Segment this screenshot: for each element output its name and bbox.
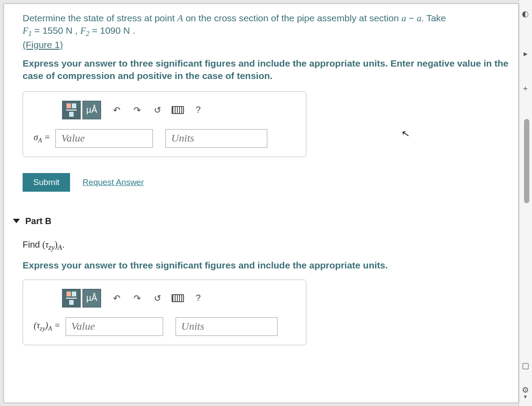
undo-icon-b: ↶ [113,293,121,304]
scrollbar-thumb[interactable] [524,119,529,203]
mu-angstrom-label-b: µÅ [86,293,98,303]
find-text-b: Find (τzy)A. [23,240,515,252]
input-row-a: σA = [34,129,298,148]
mu-angstrom-label: µÅ [86,105,98,115]
fraction-icon [66,103,77,117]
template-fraction-button[interactable] [62,101,81,119]
help-button-b[interactable]: ? [189,289,207,307]
mouse-cursor-icon: ↖ [401,128,411,141]
template-fraction-button-b[interactable] [62,289,81,307]
keyboard-button[interactable] [168,101,187,119]
F2-sub: 2 [86,30,90,38]
collapse-triangle-icon [13,219,20,223]
redo-icon-b: ↷ [133,293,141,304]
reset-icon: ↺ [154,105,161,115]
comma: , [72,25,80,35]
F1-unit: N [66,25,72,35]
undo-icon: ↶ [113,105,121,115]
formula-toolbar-a: µÅ ↶ ↷ ↺ ? [62,101,298,119]
tau-zy-A-label: (τzy)A = [34,320,60,332]
section-a1: a [401,13,406,24]
find-period: . [62,240,65,249]
reset-button-b[interactable]: ↺ [148,289,167,307]
F1-eq: = 1550 [32,25,66,35]
section-a2: a [417,13,422,24]
units-input-b[interactable] [176,317,278,336]
undo-button-b[interactable]: ↶ [107,289,126,307]
vertical-scrollbar[interactable] [523,4,530,401]
keyboard-icon-b [172,294,184,302]
part-b-label: Part B [25,216,51,226]
sigma-A-label: σA = [34,132,50,144]
answer-box-part-b: µÅ ↶ ↷ ↺ ? (τzy)A = [23,280,306,345]
submit-row-a: Submit Request Answer [23,173,515,192]
F1-sym: F [23,25,28,36]
help-button[interactable]: ? [189,101,207,119]
formula-toolbar-b: µÅ ↶ ↷ ↺ ? [62,289,298,307]
reset-button[interactable]: ↺ [148,101,167,119]
problem-statement: Determine the state of stress at point A… [23,12,515,51]
F2-unit: N [123,25,130,35]
find-pre: Find [23,240,42,249]
answer-box-part-a: µÅ ↶ ↷ ↺ ? σA = [23,91,306,157]
F1-sub: 1 [28,30,32,38]
help-icon: ? [196,105,200,115]
submit-button[interactable]: Submit [23,173,70,192]
redo-icon: ↷ [133,105,141,115]
instruction-part-a: Express your answer to three significant… [23,57,515,83]
part-b-header[interactable]: Part B [13,216,515,226]
dash: − [406,13,417,23]
tau-A-sub: A [58,243,62,252]
special-chars-button[interactable]: µÅ [82,101,101,119]
help-icon-b: ? [196,293,200,303]
keyboard-button-b[interactable] [168,289,187,307]
F2-sym: F [80,25,86,36]
reset-icon-b: ↺ [154,293,161,304]
period: . [130,25,135,35]
question-page: Determine the state of stress at point A… [4,4,519,403]
problem-end1: . Take [421,13,446,23]
units-input-a[interactable] [165,129,267,148]
value-input-a[interactable] [55,129,153,148]
fraction-icon-b [66,291,77,305]
request-answer-link[interactable]: Request Answer [82,177,144,187]
special-chars-button-b[interactable]: µÅ [82,289,101,307]
input-row-b: (τzy)A = [34,317,298,336]
instruction-part-b: Express your answer to three significant… [23,260,515,271]
problem-mid: on the cross section of the pipe assembl… [183,13,402,23]
redo-button[interactable]: ↷ [128,101,146,119]
value-input-b[interactable] [66,317,163,336]
figure-1-link[interactable]: (Figure 1) [23,39,63,50]
problem-pretext: Determine the state of stress at point [23,13,177,23]
redo-button-b[interactable]: ↷ [128,289,146,307]
undo-button[interactable]: ↶ [107,101,126,119]
keyboard-icon [172,106,184,114]
F2-eq: = 1090 [90,25,123,35]
tau-zy-sub: zy [48,243,55,252]
point-A: A [177,13,183,24]
